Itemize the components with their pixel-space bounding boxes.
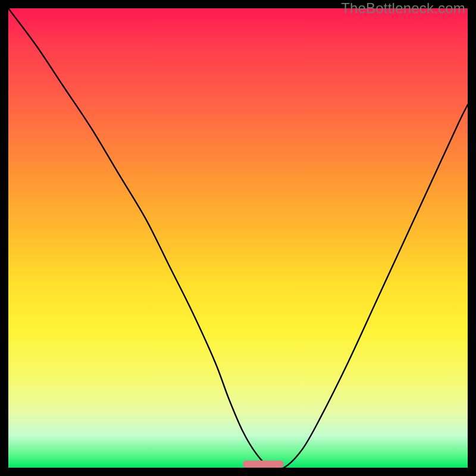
chart-frame: TheBottleneck.com xyxy=(0,0,476,476)
bottleneck-curve xyxy=(8,8,468,468)
optimal-range-marker xyxy=(243,461,284,468)
watermark-label: TheBottleneck.com xyxy=(341,0,465,17)
plot-area xyxy=(8,8,468,468)
